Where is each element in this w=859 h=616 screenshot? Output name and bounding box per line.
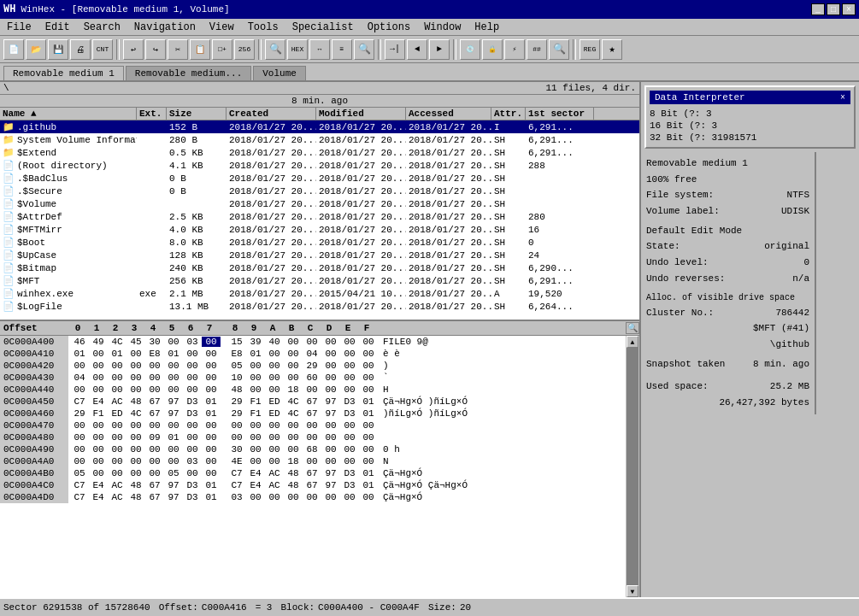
undo-button[interactable]: ↩: [123, 39, 144, 60]
hex-byte-cell[interactable]: 00: [89, 432, 108, 443]
hex-byte-cell[interactable]: 00: [183, 349, 202, 359]
copy-disk-button[interactable]: 💿: [460, 39, 480, 60]
hex-byte-cell[interactable]: 01: [108, 349, 126, 359]
menu-edit[interactable]: Edit: [38, 20, 77, 35]
close-button[interactable]: ×: [842, 3, 856, 15]
hex-byte-cell[interactable]: 00: [126, 456, 145, 466]
col-name[interactable]: Name ▲: [0, 108, 137, 120]
hex-row[interactable]: 0C000A4A000000000000003004E0000180000000…: [0, 455, 626, 467]
backup-button[interactable]: 🔒: [482, 39, 503, 60]
hex-byte-cell[interactable]: 00: [164, 456, 183, 466]
hex-byte-cell[interactable]: 00: [70, 361, 89, 371]
hex-row[interactable]: 0C000A40046494C4530000300153940000000000…: [0, 336, 626, 348]
hex-byte-cell[interactable]: 29: [303, 361, 321, 371]
hex-byte-cell[interactable]: 97: [321, 480, 340, 490]
hex-byte-cell[interactable]: 03: [183, 337, 202, 347]
hex-rows-container[interactable]: 0C000A40046494C4530000300153940000000000…: [0, 336, 626, 597]
menu-help[interactable]: Help: [468, 20, 506, 35]
hex-byte-cell[interactable]: 00: [145, 456, 164, 466]
hex-byte-cell[interactable]: 00: [246, 444, 265, 455]
hex-byte-cell[interactable]: ED: [265, 396, 284, 407]
hex-byte-cell[interactable]: E4: [89, 492, 108, 502]
replace-button[interactable]: ↔: [309, 39, 330, 60]
hex-byte-cell[interactable]: 00: [321, 420, 340, 431]
hex-byte-cell[interactable]: 97: [164, 396, 183, 407]
hex-byte-cell[interactable]: 00: [284, 337, 303, 347]
hex-byte-cell[interactable]: 01: [202, 408, 221, 419]
hex-byte-cell[interactable]: ED: [108, 408, 126, 419]
hex-byte-cell[interactable]: 00: [340, 432, 359, 443]
hex-byte-cell[interactable]: 67: [145, 396, 164, 407]
hex-byte-cell[interactable]: D3: [340, 480, 359, 490]
hex-byte-cell[interactable]: E4: [89, 480, 108, 490]
hex-byte-cell[interactable]: 00: [202, 373, 221, 383]
hex-byte-cell[interactable]: D3: [340, 468, 359, 478]
hex-byte-cell[interactable]: 00: [359, 444, 378, 455]
tb-btn12[interactable]: 256: [234, 39, 255, 60]
hex-byte-cell[interactable]: 01: [359, 480, 378, 490]
hex-byte-cell[interactable]: 60: [303, 373, 321, 383]
hex-byte-cell[interactable]: 18: [284, 456, 303, 466]
hex-byte-cell[interactable]: 29: [227, 408, 246, 419]
file-row[interactable]: 📄$UpCase128 KB2018/01/27 20...2018/01/27…: [0, 249, 639, 261]
hex-byte-cell[interactable]: 01: [70, 349, 89, 359]
hex-byte-cell[interactable]: AC: [265, 468, 284, 478]
hex-byte-cell[interactable]: 4C: [284, 408, 303, 419]
hex-row[interactable]: 0C000A46029F1ED4C6797D30129F1ED4C6797D30…: [0, 408, 626, 419]
hex-byte-cell[interactable]: 00: [183, 444, 202, 455]
hex-row[interactable]: 0C000A4800000000009010000000000000000000…: [0, 431, 626, 443]
hex-byte-cell[interactable]: 00: [164, 337, 183, 347]
hex-byte-cell[interactable]: 00: [265, 444, 284, 455]
file-row[interactable]: 📄$Boot8.0 KB2018/01/27 20...2018/01/27 2…: [0, 236, 639, 249]
hex-byte-cell[interactable]: 97: [321, 468, 340, 478]
hex-byte-cell[interactable]: 29: [227, 396, 246, 407]
hex-byte-cell[interactable]: 00: [303, 432, 321, 443]
file-row[interactable]: 📄winhex.exeexe2.1 MB2018/01/27 20...2015…: [0, 287, 639, 300]
hex-byte-cell[interactable]: 00: [202, 361, 221, 371]
hex-byte-cell[interactable]: 05: [164, 468, 183, 478]
hex-byte-cell[interactable]: 01: [359, 396, 378, 407]
hex-byte-cell[interactable]: 30: [227, 444, 246, 455]
hex-byte-cell[interactable]: 00: [183, 384, 202, 395]
hex-byte-cell[interactable]: 00: [89, 373, 108, 383]
hex-byte-cell[interactable]: AC: [108, 492, 126, 502]
hex-byte-cell[interactable]: D3: [183, 492, 202, 502]
hex-byte-cell[interactable]: 00: [89, 361, 108, 371]
cut-button[interactable]: ✂: [168, 39, 188, 60]
scroll-down-button[interactable]: ▼: [627, 585, 638, 597]
hex-byte-cell[interactable]: 97: [164, 492, 183, 502]
hex-byte-cell[interactable]: 40: [265, 337, 284, 347]
hex-byte-cell[interactable]: AC: [265, 480, 284, 490]
hex-byte-cell[interactable]: E4: [246, 480, 265, 490]
hex-byte-cell[interactable]: 00: [89, 444, 108, 455]
hex-byte-cell[interactable]: 00: [126, 420, 145, 431]
hex-byte-cell[interactable]: E4: [89, 396, 108, 407]
hex-byte-cell[interactable]: 00: [126, 349, 145, 359]
hex-byte-cell[interactable]: 00: [126, 432, 145, 443]
hex-row[interactable]: 0C000A4400000000000000000480000180000000…: [0, 384, 626, 396]
hex-row[interactable]: 0C000A41001000100E8010000E80100000400000…: [0, 348, 626, 360]
hex-byte-cell[interactable]: 01: [359, 408, 378, 419]
hex-byte-cell[interactable]: D3: [340, 396, 359, 407]
hex-byte-cell[interactable]: 67: [145, 408, 164, 419]
hex-byte-cell[interactable]: 00: [284, 432, 303, 443]
hex-byte-cell[interactable]: 67: [303, 480, 321, 490]
hex-byte-cell[interactable]: 67: [303, 408, 321, 419]
hex-byte-cell[interactable]: 00: [145, 361, 164, 371]
hex-byte-cell[interactable]: 00: [246, 373, 265, 383]
menu-tools[interactable]: Tools: [241, 20, 285, 35]
file-row[interactable]: 📄$Volume2018/01/27 20...2018/01/27 20...…: [0, 197, 639, 210]
hex-byte-cell[interactable]: 00: [202, 444, 221, 455]
hex-byte-cell[interactable]: 00: [145, 384, 164, 395]
menu-options[interactable]: Options: [361, 20, 417, 35]
hex-byte-cell[interactable]: 00: [202, 432, 221, 443]
hex-byte-cell[interactable]: 4C: [108, 337, 126, 347]
hex-byte-cell[interactable]: 00: [359, 361, 378, 371]
hex-byte-cell[interactable]: F1: [246, 396, 265, 407]
hex-byte-cell[interactable]: 00: [340, 361, 359, 371]
filelist[interactable]: 📁.github152 B2018/01/27 20...2018/01/27 …: [0, 120, 639, 320]
hex-byte-cell[interactable]: 09: [145, 432, 164, 443]
hex-byte-cell[interactable]: 00: [321, 432, 340, 443]
hex-byte-cell[interactable]: 00: [321, 492, 340, 502]
hex-byte-cell[interactable]: D3: [183, 408, 202, 419]
